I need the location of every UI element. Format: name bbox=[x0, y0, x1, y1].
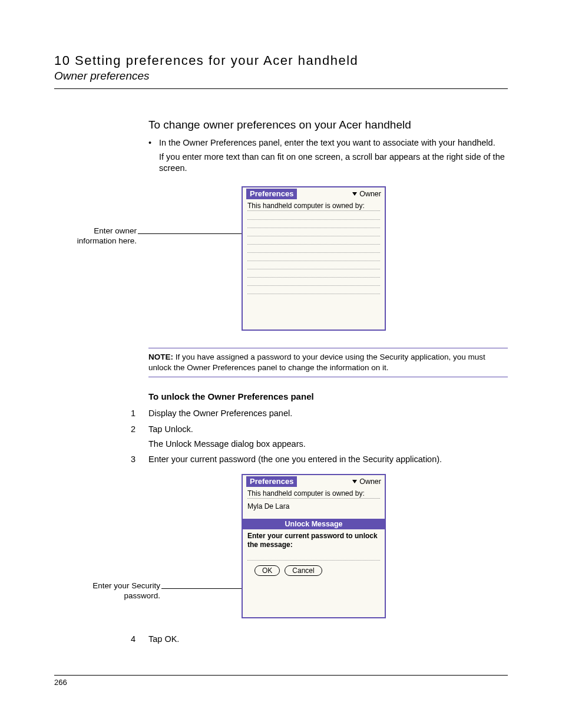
callout-line bbox=[138, 233, 242, 234]
input-line[interactable] bbox=[247, 215, 380, 220]
input-line[interactable] bbox=[247, 272, 380, 278]
input-line[interactable] bbox=[247, 231, 380, 236]
palm-titlebar: Preferences Owner bbox=[243, 187, 385, 200]
bullet-text: In the Owner Preferences panel, enter th… bbox=[159, 137, 508, 149]
input-line[interactable] bbox=[247, 289, 380, 294]
step-text: Enter your current password (the one you… bbox=[148, 453, 508, 466]
palm-category-dropdown[interactable]: Owner bbox=[352, 190, 381, 198]
palm-screen: Preferences Owner This handheld computer… bbox=[242, 186, 386, 331]
page-header: 10 Setting preferences for your Acer han… bbox=[54, 53, 508, 89]
step-number: 4 bbox=[54, 633, 148, 645]
step-text: Tap OK. bbox=[148, 633, 508, 645]
note-block: NOTE: If you have assigned a password to… bbox=[148, 348, 508, 377]
input-line[interactable] bbox=[247, 223, 380, 228]
step-row: 4 Tap OK. bbox=[54, 633, 508, 645]
callout-security-pw: Enter your Security password. bbox=[54, 581, 160, 601]
password-input[interactable] bbox=[247, 555, 380, 561]
chevron-down-icon bbox=[352, 192, 357, 196]
chapter-title: 10 Setting preferences for your Acer han… bbox=[54, 53, 508, 68]
palm-category-dropdown[interactable]: Owner bbox=[352, 477, 381, 486]
input-line[interactable] bbox=[247, 264, 380, 269]
figure-owner-prefs: Enter owner information here. Preference… bbox=[148, 186, 508, 334]
callout-line bbox=[161, 588, 244, 589]
step-row: 3 Enter your current password (the one y… bbox=[54, 453, 508, 466]
cancel-button[interactable]: Cancel bbox=[285, 565, 322, 576]
page-number: 266 bbox=[54, 678, 67, 687]
callout-enter-owner: Enter owner information here. bbox=[54, 226, 137, 246]
note-label: NOTE: bbox=[148, 353, 173, 361]
step-row: 1 Display the Owner Preferences panel. bbox=[54, 407, 508, 420]
bullet-subtext: If you enter more text than can fit on o… bbox=[159, 151, 508, 174]
step-number: 1 bbox=[54, 407, 148, 420]
heading-change-owner: To change owner preferences on your Acer… bbox=[148, 118, 508, 131]
dialog-prompt: Enter your current password to unlock th… bbox=[247, 532, 380, 549]
palm-titlebar: Preferences Owner bbox=[243, 475, 385, 488]
section-title: Owner preferences bbox=[54, 70, 508, 83]
dropdown-label: Owner bbox=[359, 477, 381, 486]
owner-prompt: This handheld computer is owned by: bbox=[247, 202, 380, 211]
chevron-down-icon bbox=[352, 480, 357, 483]
input-line[interactable] bbox=[247, 239, 380, 245]
input-line[interactable] bbox=[247, 248, 380, 253]
step-text: Tap Unlock. bbox=[148, 423, 508, 436]
ok-button[interactable]: OK bbox=[254, 565, 280, 576]
owner-name-text: Myla De Lara bbox=[247, 502, 380, 510]
dropdown-label: Owner bbox=[359, 190, 381, 198]
input-line[interactable] bbox=[247, 256, 380, 261]
dialog-titlebar: Unlock Message bbox=[243, 519, 385, 529]
owner-prompt: This handheld computer is owned by: bbox=[247, 489, 380, 499]
bullet-item: • In the Owner Preferences panel, enter … bbox=[148, 137, 508, 149]
step-text: Display the Owner Preferences panel. bbox=[148, 407, 508, 420]
step-number: 2 bbox=[54, 423, 148, 436]
input-line[interactable] bbox=[247, 281, 380, 286]
step-row: 2 Tap Unlock. bbox=[54, 423, 508, 436]
palm-app-title: Preferences bbox=[246, 476, 297, 487]
heading-unlock: To unlock the Owner Preferences panel bbox=[148, 391, 508, 401]
figure-unlock-dialog: Enter your Security password. Preference… bbox=[148, 474, 508, 621]
step-subtext: The Unlock Message dialog box appears. bbox=[148, 439, 508, 449]
bullet-marker: • bbox=[148, 137, 159, 149]
palm-app-title: Preferences bbox=[246, 189, 297, 199]
step-number: 3 bbox=[54, 453, 148, 466]
page-footer: 266 bbox=[54, 675, 508, 687]
palm-screen: Preferences Owner This handheld computer… bbox=[242, 474, 386, 618]
note-text: If you have assigned a password to your … bbox=[148, 353, 485, 372]
